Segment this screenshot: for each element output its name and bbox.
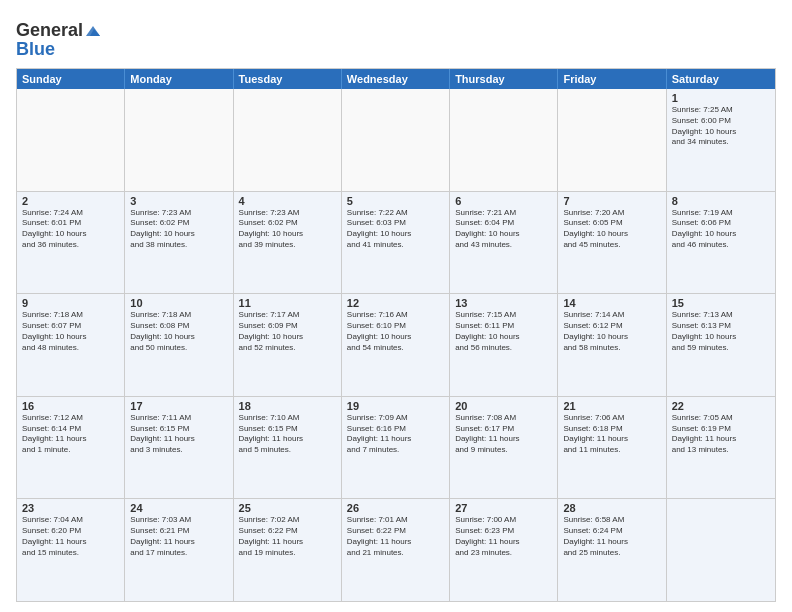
calendar-cell-day-5: 5Sunrise: 7:22 AM Sunset: 6:03 PM Daylig… xyxy=(342,192,450,294)
logo-icon xyxy=(84,24,102,38)
day-number: 28 xyxy=(563,502,660,514)
weekday-header-monday: Monday xyxy=(125,69,233,89)
day-details: Sunrise: 7:13 AM Sunset: 6:13 PM Dayligh… xyxy=(672,310,770,353)
day-number: 12 xyxy=(347,297,444,309)
day-details: Sunrise: 7:16 AM Sunset: 6:10 PM Dayligh… xyxy=(347,310,444,353)
day-details: Sunrise: 7:03 AM Sunset: 6:21 PM Dayligh… xyxy=(130,515,227,558)
calendar-cell-day-1: 1Sunrise: 7:25 AM Sunset: 6:00 PM Daylig… xyxy=(667,89,775,191)
day-details: Sunrise: 7:06 AM Sunset: 6:18 PM Dayligh… xyxy=(563,413,660,456)
day-number: 13 xyxy=(455,297,552,309)
calendar-cell-day-18: 18Sunrise: 7:10 AM Sunset: 6:15 PM Dayli… xyxy=(234,397,342,499)
calendar-cell-day-20: 20Sunrise: 7:08 AM Sunset: 6:17 PM Dayli… xyxy=(450,397,558,499)
day-details: Sunrise: 7:14 AM Sunset: 6:12 PM Dayligh… xyxy=(563,310,660,353)
weekday-header-friday: Friday xyxy=(558,69,666,89)
day-details: Sunrise: 7:15 AM Sunset: 6:11 PM Dayligh… xyxy=(455,310,552,353)
weekday-header-sunday: Sunday xyxy=(17,69,125,89)
calendar-cell-day-19: 19Sunrise: 7:09 AM Sunset: 6:16 PM Dayli… xyxy=(342,397,450,499)
calendar-cell-day-4: 4Sunrise: 7:23 AM Sunset: 6:02 PM Daylig… xyxy=(234,192,342,294)
day-details: Sunrise: 7:10 AM Sunset: 6:15 PM Dayligh… xyxy=(239,413,336,456)
day-details: Sunrise: 7:12 AM Sunset: 6:14 PM Dayligh… xyxy=(22,413,119,456)
day-details: Sunrise: 7:23 AM Sunset: 6:02 PM Dayligh… xyxy=(239,208,336,251)
day-details: Sunrise: 7:09 AM Sunset: 6:16 PM Dayligh… xyxy=(347,413,444,456)
day-details: Sunrise: 7:23 AM Sunset: 6:02 PM Dayligh… xyxy=(130,208,227,251)
calendar-row-3: 16Sunrise: 7:12 AM Sunset: 6:14 PM Dayli… xyxy=(17,396,775,499)
calendar-cell-day-28: 28Sunrise: 6:58 AM Sunset: 6:24 PM Dayli… xyxy=(558,499,666,601)
day-number: 26 xyxy=(347,502,444,514)
calendar-cell-day-25: 25Sunrise: 7:02 AM Sunset: 6:22 PM Dayli… xyxy=(234,499,342,601)
calendar-cell-day-26: 26Sunrise: 7:01 AM Sunset: 6:22 PM Dayli… xyxy=(342,499,450,601)
calendar-cell-day-2: 2Sunrise: 7:24 AM Sunset: 6:01 PM Daylig… xyxy=(17,192,125,294)
calendar-cell-day-17: 17Sunrise: 7:11 AM Sunset: 6:15 PM Dayli… xyxy=(125,397,233,499)
calendar-cell-empty xyxy=(17,89,125,191)
day-details: Sunrise: 7:18 AM Sunset: 6:07 PM Dayligh… xyxy=(22,310,119,353)
day-number: 5 xyxy=(347,195,444,207)
day-number: 10 xyxy=(130,297,227,309)
day-number: 9 xyxy=(22,297,119,309)
day-number: 11 xyxy=(239,297,336,309)
day-details: Sunrise: 7:20 AM Sunset: 6:05 PM Dayligh… xyxy=(563,208,660,251)
day-number: 2 xyxy=(22,195,119,207)
day-details: Sunrise: 7:24 AM Sunset: 6:01 PM Dayligh… xyxy=(22,208,119,251)
calendar-row-1: 2Sunrise: 7:24 AM Sunset: 6:01 PM Daylig… xyxy=(17,191,775,294)
day-number: 15 xyxy=(672,297,770,309)
day-details: Sunrise: 7:22 AM Sunset: 6:03 PM Dayligh… xyxy=(347,208,444,251)
day-details: Sunrise: 7:01 AM Sunset: 6:22 PM Dayligh… xyxy=(347,515,444,558)
logo: General Blue xyxy=(16,20,103,60)
calendar-cell-empty xyxy=(558,89,666,191)
day-number: 27 xyxy=(455,502,552,514)
calendar-body: 1Sunrise: 7:25 AM Sunset: 6:00 PM Daylig… xyxy=(17,89,775,601)
weekday-header-tuesday: Tuesday xyxy=(234,69,342,89)
day-number: 21 xyxy=(563,400,660,412)
calendar-cell-empty xyxy=(667,499,775,601)
day-number: 4 xyxy=(239,195,336,207)
day-number: 14 xyxy=(563,297,660,309)
calendar-cell-day-11: 11Sunrise: 7:17 AM Sunset: 6:09 PM Dayli… xyxy=(234,294,342,396)
day-number: 1 xyxy=(672,92,770,104)
weekday-header-saturday: Saturday xyxy=(667,69,775,89)
day-number: 18 xyxy=(239,400,336,412)
calendar-header: SundayMondayTuesdayWednesdayThursdayFrid… xyxy=(17,69,775,89)
day-number: 17 xyxy=(130,400,227,412)
calendar-cell-day-27: 27Sunrise: 7:00 AM Sunset: 6:23 PM Dayli… xyxy=(450,499,558,601)
calendar-cell-day-3: 3Sunrise: 7:23 AM Sunset: 6:02 PM Daylig… xyxy=(125,192,233,294)
calendar-row-4: 23Sunrise: 7:04 AM Sunset: 6:20 PM Dayli… xyxy=(17,498,775,601)
day-details: Sunrise: 7:05 AM Sunset: 6:19 PM Dayligh… xyxy=(672,413,770,456)
day-details: Sunrise: 7:04 AM Sunset: 6:20 PM Dayligh… xyxy=(22,515,119,558)
calendar: SundayMondayTuesdayWednesdayThursdayFrid… xyxy=(16,68,776,602)
day-details: Sunrise: 7:11 AM Sunset: 6:15 PM Dayligh… xyxy=(130,413,227,456)
calendar-cell-empty xyxy=(125,89,233,191)
day-number: 24 xyxy=(130,502,227,514)
calendar-cell-day-13: 13Sunrise: 7:15 AM Sunset: 6:11 PM Dayli… xyxy=(450,294,558,396)
page: General Blue SundayMondayTuesdayWednesda… xyxy=(0,0,792,612)
calendar-cell-day-8: 8Sunrise: 7:19 AM Sunset: 6:06 PM Daylig… xyxy=(667,192,775,294)
day-number: 25 xyxy=(239,502,336,514)
calendar-cell-empty xyxy=(450,89,558,191)
day-number: 22 xyxy=(672,400,770,412)
calendar-cell-day-10: 10Sunrise: 7:18 AM Sunset: 6:08 PM Dayli… xyxy=(125,294,233,396)
logo-blue-text: Blue xyxy=(16,39,103,60)
day-number: 16 xyxy=(22,400,119,412)
header: General Blue xyxy=(16,16,776,60)
day-number: 20 xyxy=(455,400,552,412)
calendar-cell-day-12: 12Sunrise: 7:16 AM Sunset: 6:10 PM Dayli… xyxy=(342,294,450,396)
day-details: Sunrise: 7:25 AM Sunset: 6:00 PM Dayligh… xyxy=(672,105,770,148)
day-number: 6 xyxy=(455,195,552,207)
calendar-cell-day-22: 22Sunrise: 7:05 AM Sunset: 6:19 PM Dayli… xyxy=(667,397,775,499)
calendar-cell-day-7: 7Sunrise: 7:20 AM Sunset: 6:05 PM Daylig… xyxy=(558,192,666,294)
calendar-cell-day-23: 23Sunrise: 7:04 AM Sunset: 6:20 PM Dayli… xyxy=(17,499,125,601)
day-number: 23 xyxy=(22,502,119,514)
calendar-row-0: 1Sunrise: 7:25 AM Sunset: 6:00 PM Daylig… xyxy=(17,89,775,191)
day-number: 19 xyxy=(347,400,444,412)
calendar-cell-day-16: 16Sunrise: 7:12 AM Sunset: 6:14 PM Dayli… xyxy=(17,397,125,499)
day-details: Sunrise: 7:00 AM Sunset: 6:23 PM Dayligh… xyxy=(455,515,552,558)
day-details: Sunrise: 7:18 AM Sunset: 6:08 PM Dayligh… xyxy=(130,310,227,353)
weekday-header-thursday: Thursday xyxy=(450,69,558,89)
calendar-cell-empty xyxy=(342,89,450,191)
day-number: 8 xyxy=(672,195,770,207)
day-number: 3 xyxy=(130,195,227,207)
calendar-cell-day-14: 14Sunrise: 7:14 AM Sunset: 6:12 PM Dayli… xyxy=(558,294,666,396)
logo-general-text: General xyxy=(16,20,83,41)
day-details: Sunrise: 7:21 AM Sunset: 6:04 PM Dayligh… xyxy=(455,208,552,251)
day-details: Sunrise: 7:08 AM Sunset: 6:17 PM Dayligh… xyxy=(455,413,552,456)
calendar-cell-empty xyxy=(234,89,342,191)
